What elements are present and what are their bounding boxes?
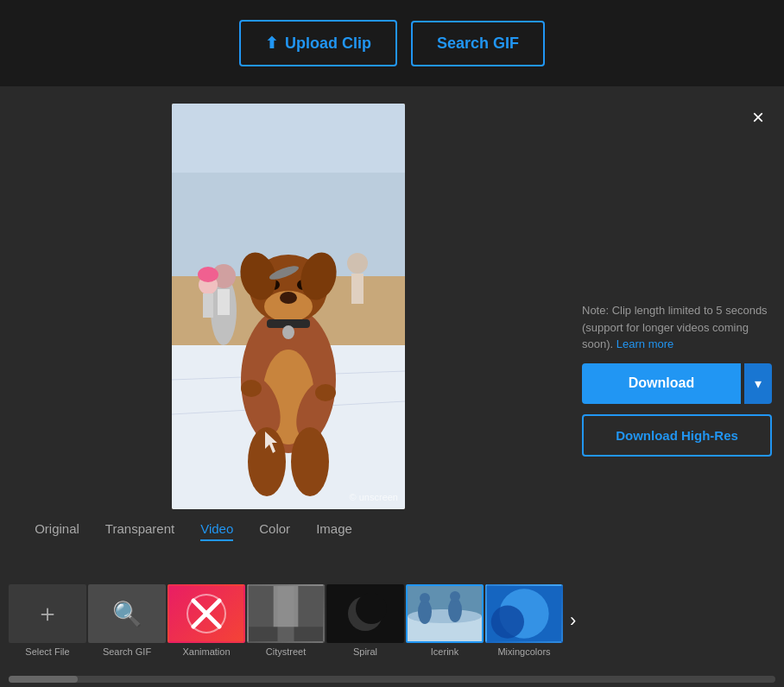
upload-icon: ⬆ xyxy=(265,34,278,53)
svg-point-47 xyxy=(448,598,462,622)
filmstrip-label-icerink: Icerink xyxy=(431,646,458,657)
filmstrip-item-search-gif: 🔍 Search GIF xyxy=(88,584,166,657)
tab-color[interactable]: Color xyxy=(259,521,290,541)
download-highres-button[interactable]: Download High-Res xyxy=(582,414,772,457)
svg-point-26 xyxy=(315,384,336,401)
filmstrip-item-select-file: ＋ Select File xyxy=(9,584,86,657)
filmstrip: ＋ Select File 🔍 Search GIF Xanimation xyxy=(0,584,784,657)
header: ⬆ Upload Clip Search GIF xyxy=(0,0,784,86)
svg-point-9 xyxy=(198,267,218,282)
filmstrip-next-button[interactable]: › xyxy=(565,609,581,632)
close-button[interactable]: × xyxy=(744,104,772,131)
download-arrow-button[interactable]: ▾ xyxy=(744,363,772,404)
svg-rect-7 xyxy=(218,289,230,315)
filmstrip-label-mixingcolors: Mixingcolors xyxy=(497,646,550,657)
svg-point-41 xyxy=(356,593,387,624)
svg-point-15 xyxy=(280,292,297,304)
video-preview: © unscreen xyxy=(172,104,405,509)
filmstrip-item-citystreet: Citystreet xyxy=(247,584,325,657)
tab-video[interactable]: Video xyxy=(200,521,233,541)
filmstrip-scrollbar[interactable] xyxy=(9,676,775,683)
tab-original[interactable]: Original xyxy=(35,521,79,541)
tabs-bar: Original Transparent Video Color Image xyxy=(0,521,405,541)
filmstrip-item-mixingcolors: Mixingcolors xyxy=(485,584,563,657)
filmstrip-label-select-file: Select File xyxy=(25,646,69,657)
filmstrip-item-xanimation: Xanimation xyxy=(168,584,245,657)
download-button[interactable]: Download xyxy=(582,363,741,404)
spiral-scene xyxy=(335,584,395,643)
citystreet-scene xyxy=(249,584,323,643)
scrollbar-thumb[interactable] xyxy=(9,676,78,683)
tab-image[interactable]: Image xyxy=(316,521,352,541)
chevron-right-icon: › xyxy=(570,609,576,631)
plus-icon: ＋ xyxy=(35,597,60,630)
tab-transparent[interactable]: Transparent xyxy=(105,521,174,541)
svg-rect-30 xyxy=(351,274,364,304)
filmstrip-thumb-spiral[interactable] xyxy=(326,584,404,643)
svg-point-28 xyxy=(291,427,329,496)
main-content: × xyxy=(0,86,784,687)
search-icon: 🔍 xyxy=(112,600,142,628)
filmstrip-label-spiral: Spiral xyxy=(353,646,377,657)
svg-point-29 xyxy=(347,253,368,274)
filmstrip-label-search-gif: Search GIF xyxy=(103,646,151,657)
mixingcolors-scene xyxy=(487,584,561,643)
filmstrip-label-citystreet: Citystreet xyxy=(266,646,306,657)
filmstrip-label-xanimation: Xanimation xyxy=(182,646,230,657)
chevron-down-icon: ▾ xyxy=(755,376,762,391)
upload-clip-label: Upload Clip xyxy=(285,35,371,53)
svg-point-46 xyxy=(420,593,430,603)
close-icon: × xyxy=(752,105,764,129)
filmstrip-thumb-mixingcolors[interactable] xyxy=(485,584,563,643)
right-panel: Note: Clip length limited to 5 seconds (… xyxy=(582,302,772,457)
filmstrip-item-icerink: Icerink xyxy=(406,584,484,657)
clip-note: Note: Clip length limited to 5 seconds (… xyxy=(582,302,772,353)
content-area: × xyxy=(3,104,781,541)
xanimation-icon xyxy=(185,592,228,635)
svg-point-51 xyxy=(491,605,524,638)
download-group: Download ▾ xyxy=(582,363,772,404)
search-gif-button[interactable]: Search GIF xyxy=(411,21,545,66)
svg-rect-10 xyxy=(203,293,213,318)
filmstrip-thumb-citystreet[interactable] xyxy=(247,584,325,643)
icerink-scene xyxy=(408,586,482,641)
search-gif-label: Search GIF xyxy=(437,35,519,53)
svg-point-22 xyxy=(282,325,294,339)
upload-clip-button[interactable]: ⬆ Upload Clip xyxy=(239,20,397,66)
learn-more-link[interactable]: Learn more xyxy=(616,337,673,350)
watermark: © unscreen xyxy=(350,492,398,502)
filmstrip-item-spiral: Spiral xyxy=(326,584,404,657)
svg-point-45 xyxy=(418,600,432,624)
filmstrip-thumb-xanimation[interactable] xyxy=(168,584,245,643)
svg-point-48 xyxy=(450,591,460,602)
dog-scene-svg xyxy=(172,104,405,509)
filmstrip-thumb-search-gif[interactable]: 🔍 xyxy=(88,584,166,643)
filmstrip-thumb-icerink[interactable] xyxy=(406,584,484,643)
svg-point-25 xyxy=(241,380,262,397)
filmstrip-thumb-select-file[interactable]: ＋ xyxy=(9,584,86,643)
video-container: © unscreen Original Transparent Video Co… xyxy=(172,104,405,541)
svg-rect-38 xyxy=(277,586,294,642)
